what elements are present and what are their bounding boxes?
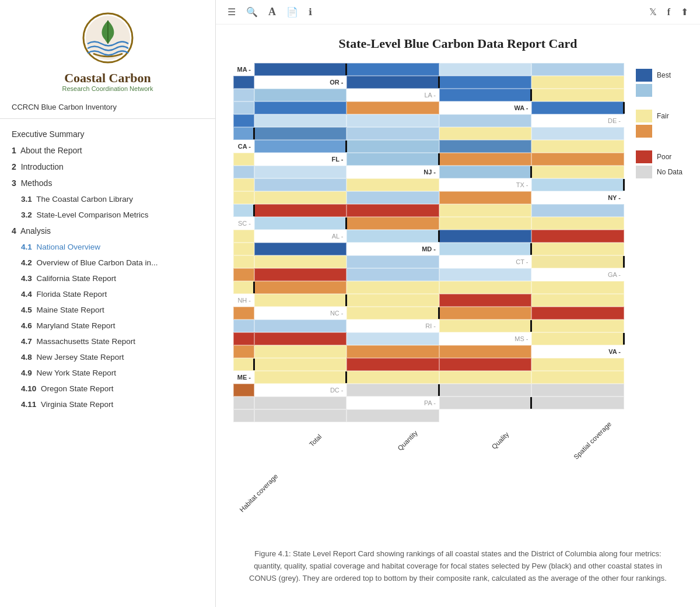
hm-cell-ga-quality xyxy=(346,281,439,294)
hm-cell-ny-quality xyxy=(346,204,439,217)
row-label-tx: TX - xyxy=(439,178,531,191)
font-icon[interactable]: A xyxy=(268,6,276,18)
sidebar-item-virginia[interactable]: 4.11 Virginia State Report xyxy=(0,397,215,412)
brand-name: Coastal Carbon xyxy=(12,71,204,85)
toolbar-left: ☰ 🔍 A 📄 ℹ xyxy=(228,6,312,18)
legend-item xyxy=(636,125,682,138)
sidebar-item-maryland[interactable]: 4.6 Maryland State Report xyxy=(0,318,215,334)
hm-cell-ca-quality xyxy=(439,140,531,153)
hm-cell-sc-quantity xyxy=(346,217,439,230)
info-icon[interactable]: ℹ xyxy=(309,6,312,17)
sidebar-item-coastal-carbon-lib[interactable]: 3.1 The Coastal Carbon Library xyxy=(0,191,215,207)
hm-cell-or-spatial xyxy=(233,89,254,101)
row-label-ma: MA - xyxy=(233,63,254,76)
twitter-icon[interactable]: 𝕏 xyxy=(649,6,657,17)
sidebar-item-maine[interactable]: 4.5 Maine State Report xyxy=(0,302,215,318)
hm-cell-ms-quantity xyxy=(233,345,254,358)
row-label-nc: NC - xyxy=(254,307,346,320)
row-label-md: MD - xyxy=(346,243,439,255)
hm-cell-tx-total xyxy=(531,178,624,191)
share-icon[interactable]: ⬆ xyxy=(681,6,688,17)
hm-cell-sc-spatial xyxy=(531,217,624,230)
sidebar-item-intro[interactable]: 2 Introduction xyxy=(0,159,215,175)
hm-cell-ri-quantity xyxy=(531,320,624,332)
hm-cell-sc-total xyxy=(254,217,346,230)
hm-cell-ri-habitat xyxy=(346,332,439,345)
hm-cell-ma-spatial xyxy=(531,63,624,76)
legend-item: Best xyxy=(636,69,682,82)
sidebar-item-exec-summary[interactable]: Executive Summary xyxy=(0,126,215,142)
hm-cell-md-quality xyxy=(233,255,254,268)
sidebar-item-california[interactable]: 4.3 California State Report xyxy=(0,271,215,286)
hm-cell-tx-quantity xyxy=(233,191,254,204)
file-icon[interactable]: 📄 xyxy=(286,6,298,17)
row-label-me: ME - xyxy=(233,371,254,384)
hm-cell-ms-total xyxy=(531,332,624,345)
sidebar-item-new-york[interactable]: 4.9 New York State Report xyxy=(0,365,215,381)
hm-cell-fl-spatial xyxy=(233,166,254,178)
sidebar-item-national-overview[interactable]: 4.1 National Overview xyxy=(0,239,215,255)
hm-cell-me-total xyxy=(254,371,346,384)
sidebar-item-massachusetts[interactable]: 4.7 Massachusetts State Report xyxy=(0,334,215,349)
hm-cell-nc-total xyxy=(346,307,439,320)
menu-icon[interactable]: ☰ xyxy=(228,6,236,17)
hm-cell-ct-habitat xyxy=(439,268,531,281)
hm-cell-or-quantity xyxy=(439,76,531,89)
figure-caption: Figure 4.1: State Level Report Card show… xyxy=(248,548,668,584)
sidebar: Coastal Carbon Research Coordination Net… xyxy=(0,0,216,607)
sidebar-item-oregon[interactable]: 4.10 Oregon State Report xyxy=(0,381,215,397)
hm-cell-ms-spatial xyxy=(346,345,439,358)
hm-cell-la-quality xyxy=(233,101,254,114)
legend-item: Poor xyxy=(636,150,682,163)
heatmap-grid: MA -OR -LA -WA -DE -CA -FL -NJ -TX -NY -… xyxy=(233,63,624,422)
hm-cell-pa-quality xyxy=(233,409,254,422)
sidebar-item-methods[interactable]: 3 Methods xyxy=(0,175,215,191)
legend-swatch xyxy=(636,150,652,163)
hm-cell-md-quantity xyxy=(531,243,624,255)
hm-cell-ga-total xyxy=(233,281,254,294)
hm-cell-ga-quantity xyxy=(254,281,346,294)
hm-cell-md-habitat xyxy=(346,255,439,268)
hm-cell-nh-spatial xyxy=(531,294,624,307)
hm-cell-me-spatial xyxy=(531,371,624,384)
hm-cell-fl-quantity xyxy=(439,153,531,166)
sidebar-item-blue-carbon-data[interactable]: 4.2 Overview of Blue Carbon Data in... xyxy=(0,255,215,271)
row-label-ca: CA - xyxy=(233,140,254,153)
row-label-ga: GA - xyxy=(531,268,624,281)
x-label-4: Habitat coverage xyxy=(236,471,288,522)
hm-cell-ri-quality xyxy=(233,332,254,345)
hm-cell-ca-quantity xyxy=(346,140,439,153)
hm-cell-nj-spatial xyxy=(254,178,346,191)
hm-cell-ri-spatial xyxy=(254,332,346,345)
sidebar-item-florida[interactable]: 4.4 Florida State Report xyxy=(0,286,215,302)
sidebar-subtitle-text: CCRCN Blue Carbon Inventory xyxy=(0,98,215,119)
content-area: State-Level Blue Carbon Data Report Card… xyxy=(216,24,700,596)
main-content: ☰ 🔍 A 📄 ℹ 𝕏 f ⬆ State-Level Blue Carbon … xyxy=(216,0,700,607)
row-label-or: OR - xyxy=(254,76,346,89)
sidebar-item-analysis[interactable]: 4 Analysis xyxy=(0,223,215,239)
hm-cell-me-quality xyxy=(439,371,531,384)
hm-cell-ct-total xyxy=(531,255,624,268)
hm-cell-ca-habitat xyxy=(233,153,254,166)
hm-cell-va-quality xyxy=(346,358,439,371)
hm-cell-al-quantity xyxy=(439,230,531,243)
row-label-de: DE - xyxy=(531,114,624,127)
facebook-icon[interactable]: f xyxy=(667,7,670,17)
search-icon[interactable]: 🔍 xyxy=(246,6,258,17)
hm-cell-ma-habitat xyxy=(233,76,254,89)
hm-cell-tx-spatial xyxy=(346,191,439,204)
row-label-fl: FL - xyxy=(254,153,346,166)
sidebar-item-state-level-metrics[interactable]: 3.2 State-Level Comparison Metrics xyxy=(0,207,215,223)
hm-cell-nh-habitat xyxy=(233,307,254,320)
hm-cell-va-spatial xyxy=(439,358,531,371)
sidebar-item-about[interactable]: 1 About the Report xyxy=(0,142,215,159)
hm-cell-or-habitat xyxy=(254,89,346,101)
hm-cell-de-total xyxy=(233,127,254,140)
hm-cell-wa-total xyxy=(531,101,624,114)
hm-cell-la-total xyxy=(439,89,531,101)
hm-cell-al-quality xyxy=(531,230,624,243)
row-label-ny: NY - xyxy=(531,191,624,204)
hm-cell-ga-spatial xyxy=(439,281,531,294)
sidebar-item-new-jersey[interactable]: 4.8 New Jersey State Report xyxy=(0,349,215,365)
hm-cell-sc-quality xyxy=(439,217,531,230)
